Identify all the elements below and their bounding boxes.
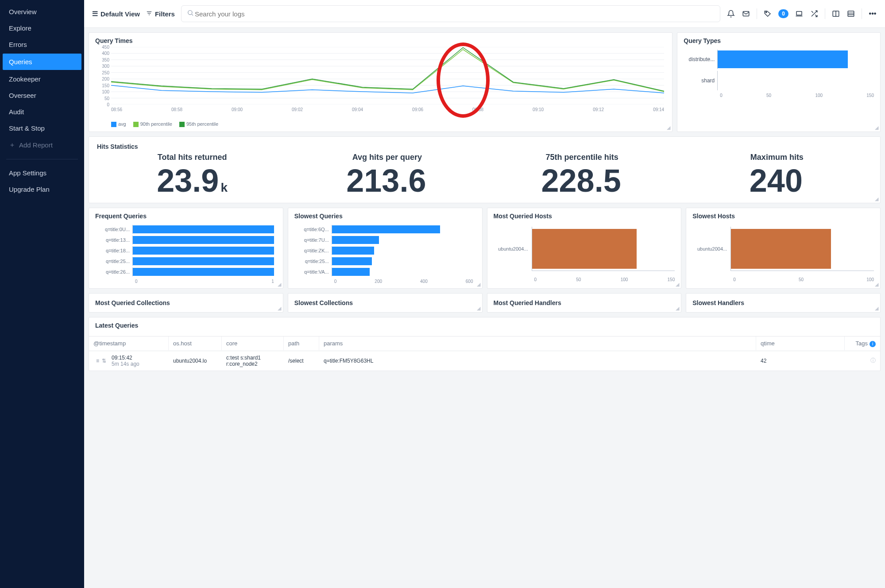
cell-timestamp: 09:15:42 — [112, 355, 139, 361]
stat-p75-hits: 75th percentile hits 228.5 — [487, 153, 677, 197]
sidebar-separator — [6, 159, 78, 159]
most-queried-handlers-card: Most Queried Handlers ◢ — [487, 293, 682, 313]
most-queried-hosts-card: Most Queried Hosts ubuntu2004...05010015… — [487, 208, 682, 289]
frequent-queries-title: Frequent Queries — [95, 213, 277, 220]
sidebar-item-start-stop[interactable]: Start & Stop — [0, 120, 84, 136]
notification-badge[interactable]: 0 — [778, 9, 788, 18]
list-icon[interactable] — [846, 9, 855, 18]
sidebar-item-explore[interactable]: Explore — [0, 20, 84, 36]
table-row[interactable]: ≡ ⇅ 09:15:42 5m 14s ago ubuntu2004.lo c:… — [89, 351, 880, 371]
bell-icon[interactable] — [727, 9, 735, 18]
query-times-title: Query Times — [95, 37, 666, 44]
svg-point-3 — [188, 11, 192, 15]
filters-button[interactable]: Filters — [146, 10, 175, 18]
query-times-legend: avg 90th percentile 95th percentile — [111, 121, 666, 127]
latest-queries-title: Latest Queries — [89, 317, 880, 333]
stat-max-hits: Maximum hits 240 — [682, 153, 872, 197]
panel-icon[interactable] — [831, 9, 840, 18]
shuffle-icon[interactable] — [810, 9, 819, 18]
slowest-collections-card: Slowest Collections ◢ — [288, 293, 483, 313]
resize-handle-icon[interactable]: ◢ — [676, 306, 679, 311]
cell-core: c:test s:shard1 r:core_node2 — [222, 351, 284, 371]
sidebar-item-upgrade-plan[interactable]: Upgrade Plan — [0, 181, 84, 197]
query-types-title: Query Types — [684, 37, 874, 44]
cell-timestamp-rel: 5m 14s ago — [112, 361, 139, 367]
sidebar-item-app-settings[interactable]: App Settings — [0, 165, 84, 181]
hits-stats-card: Hits Statistics Total hits returned 23.9… — [89, 136, 881, 203]
col-qtime[interactable]: qtime — [756, 337, 845, 350]
slowest-queries-card: Slowest Queries q=title:6Q...q=title:7U.… — [288, 208, 483, 289]
drag-icon[interactable]: ≡ — [96, 358, 99, 364]
svg-line-4 — [192, 14, 193, 15]
filter-icon — [146, 10, 152, 18]
resize-handle-icon[interactable]: ◢ — [278, 282, 281, 287]
sidebar: Overview Explore Errors Queries Zookeepe… — [0, 0, 84, 588]
most-queried-handlers-title: Most Queried Handlers — [494, 299, 561, 306]
resize-handle-icon[interactable]: ◢ — [875, 125, 878, 131]
cell-path: /select — [284, 354, 319, 368]
search-input-wrapper[interactable] — [181, 5, 720, 22]
mail-icon[interactable] — [742, 9, 750, 18]
query-times-card: Query Times 0501001502002503003504004500… — [89, 32, 672, 132]
more-icon[interactable]: ••• — [868, 9, 877, 18]
svg-rect-14 — [848, 11, 854, 16]
slowest-handlers-card: Slowest Handlers ◢ — [686, 293, 881, 313]
col-path[interactable]: path — [284, 337, 319, 350]
slowest-queries-title: Slowest Queries — [294, 213, 476, 220]
svg-line-11 — [812, 11, 813, 13]
col-params[interactable]: params — [319, 337, 756, 350]
default-view-button[interactable]: ☰ Default View — [92, 10, 140, 18]
plus-icon: ＋ — [9, 141, 15, 149]
frequent-queries-card: Frequent Queries q=title:0U...q=title:13… — [89, 208, 283, 289]
topbar: ☰ Default View Filters 0 — [84, 0, 885, 28]
sidebar-item-overview[interactable]: Overview — [0, 4, 84, 20]
expand-icon[interactable]: ⇅ — [102, 358, 106, 364]
info-icon[interactable]: i — [870, 341, 876, 347]
most-queried-hosts-title: Most Queried Hosts — [494, 213, 675, 220]
svg-rect-7 — [796, 12, 802, 15]
cell-tags: ⓘ — [845, 353, 880, 368]
query-times-chart[interactable]: 05010015020025030035040045008:5608:5809:… — [111, 47, 664, 118]
query-types-chart[interactable]: distribute...shard050100150 — [684, 47, 874, 98]
sidebar-item-overseer[interactable]: Overseer — [0, 87, 84, 104]
search-input[interactable] — [194, 10, 715, 18]
resize-handle-icon[interactable]: ◢ — [875, 306, 878, 311]
sidebar-item-audit[interactable]: Audit — [0, 104, 84, 120]
col-tags[interactable]: Tagsi — [845, 337, 880, 351]
resize-handle-icon[interactable]: ◢ — [875, 196, 878, 202]
frequent-queries-chart[interactable]: q=title:0U...q=title:13...q=title:18...q… — [95, 222, 277, 284]
col-timestamp[interactable]: @timestamp — [89, 337, 169, 350]
menu-icon: ☰ — [92, 10, 98, 18]
sidebar-item-queries[interactable]: Queries — [3, 54, 81, 70]
topbar-separator — [757, 8, 757, 19]
sidebar-item-errors[interactable]: Errors — [0, 36, 84, 53]
most-queried-collections-card: Most Queried Collections ◢ — [89, 293, 283, 313]
most-queried-collections-title: Most Queried Collections — [95, 299, 170, 306]
slowest-hosts-card: Slowest Hosts ubuntu2004...050100 ◢ — [686, 208, 881, 289]
resize-handle-icon[interactable]: ◢ — [477, 282, 480, 287]
cell-params: q=title:FM5Y8G63HL — [319, 354, 756, 368]
search-icon — [187, 9, 194, 18]
resize-handle-icon[interactable]: ◢ — [477, 306, 480, 311]
latest-queries-card: Latest Queries @timestamp os.host core p… — [89, 317, 881, 371]
tag-icon[interactable] — [763, 9, 772, 18]
add-report-button[interactable]: ＋ Add Report — [0, 136, 84, 154]
col-core[interactable]: core — [222, 337, 284, 350]
slowest-queries-chart[interactable]: q=title:6Q...q=title:7U...q=title:ZK...q… — [294, 222, 476, 284]
sidebar-item-zookeeper[interactable]: Zookeeper — [0, 71, 84, 87]
resize-handle-icon[interactable]: ◢ — [278, 306, 281, 311]
resize-handle-icon[interactable]: ◢ — [676, 282, 679, 287]
svg-point-6 — [766, 12, 767, 13]
most-queried-hosts-chart[interactable]: ubuntu2004...050100150 — [494, 222, 675, 282]
hits-stats-title: Hits Statistics — [97, 143, 872, 150]
resize-handle-icon[interactable]: ◢ — [667, 125, 670, 131]
col-host[interactable]: os.host — [169, 337, 222, 350]
cell-qtime: 42 — [756, 354, 845, 368]
slowest-hosts-chart[interactable]: ubuntu2004...050100 — [692, 222, 874, 282]
resize-handle-icon[interactable]: ◢ — [875, 282, 878, 287]
stat-total-hits: Total hits returned 23.9k — [97, 153, 287, 197]
stat-avg-hits: Avg hits per query 213.6 — [292, 153, 482, 197]
laptop-icon[interactable] — [795, 9, 804, 18]
topbar-separator-2 — [825, 8, 825, 19]
slowest-collections-title: Slowest Collections — [294, 299, 353, 306]
